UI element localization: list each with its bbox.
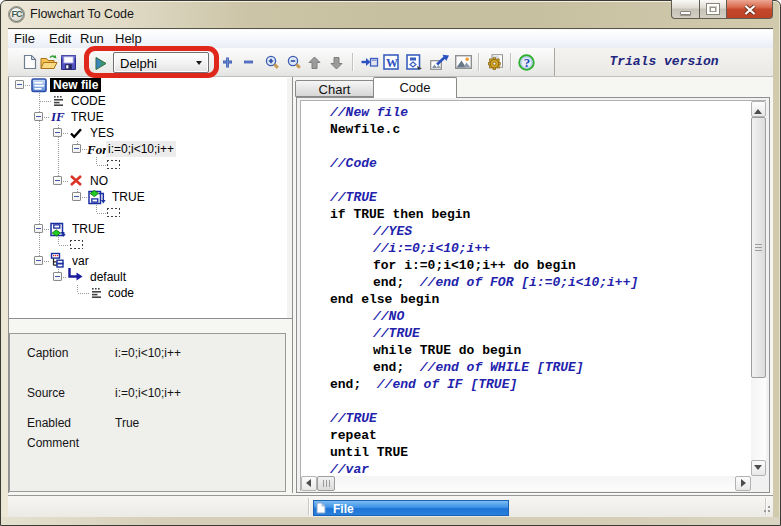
svg-text:W: W (386, 56, 398, 70)
svg-text:?: ? (524, 55, 531, 70)
